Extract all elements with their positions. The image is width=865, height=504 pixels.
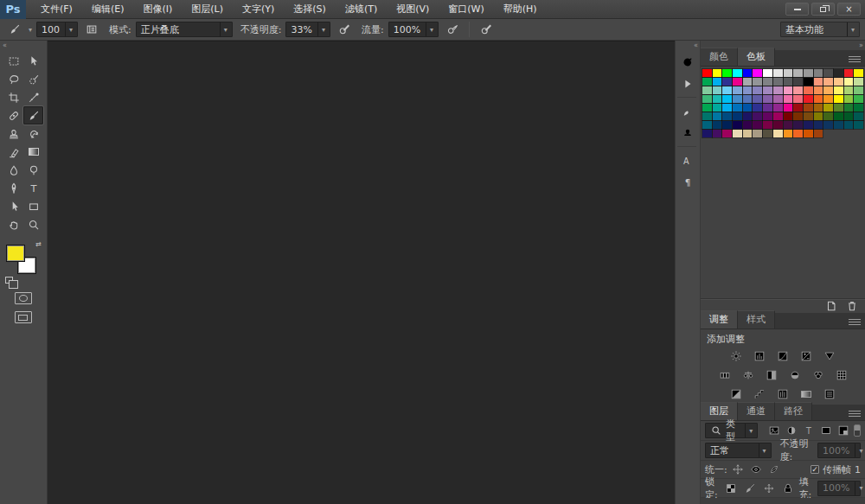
brush-settings-panel-icon[interactable] bbox=[677, 101, 698, 121]
tab-paths[interactable]: 路径 bbox=[775, 402, 812, 420]
hand-tool[interactable] bbox=[3, 215, 23, 233]
swatch-109[interactable] bbox=[834, 121, 843, 129]
swatch-105[interactable] bbox=[793, 121, 803, 129]
swatch-27[interactable] bbox=[814, 78, 823, 86]
swatch-22[interactable] bbox=[763, 78, 772, 86]
photo-filter-icon[interactable] bbox=[786, 367, 804, 383]
tab-channels[interactable]: 通道 bbox=[738, 402, 775, 420]
tab-adjustments[interactable]: 调整 bbox=[701, 310, 738, 329]
history-brush-tool[interactable] bbox=[23, 124, 43, 143]
unify-position-icon[interactable] bbox=[731, 463, 746, 476]
quick-selection-tool[interactable] bbox=[23, 70, 43, 88]
move-tool[interactable] bbox=[23, 52, 43, 70]
swatch-19[interactable] bbox=[733, 78, 742, 86]
swatch-47[interactable] bbox=[854, 86, 863, 94]
swatch-43[interactable] bbox=[814, 86, 823, 94]
swatch-108[interactable] bbox=[823, 121, 833, 129]
swatch-122[interactable] bbox=[804, 130, 813, 137]
workspace-switcher[interactable]: 基本功能 ▾ bbox=[780, 22, 860, 37]
blend-mode-select[interactable]: 正片叠底 ▾ bbox=[136, 22, 233, 37]
swatch-26[interactable] bbox=[804, 78, 813, 86]
swatch-15[interactable] bbox=[854, 69, 863, 77]
swatch-111[interactable] bbox=[854, 121, 863, 129]
menu-item-9[interactable]: 帮助(H) bbox=[494, 0, 547, 18]
swatch-6[interactable] bbox=[763, 69, 772, 77]
swatch-77[interactable] bbox=[834, 104, 843, 112]
swatch-70[interactable] bbox=[763, 104, 772, 112]
dodge-tool[interactable] bbox=[23, 161, 43, 179]
swatch-73[interactable] bbox=[793, 104, 803, 112]
swatch-37[interactable] bbox=[753, 86, 762, 94]
swatch-46[interactable] bbox=[844, 86, 854, 94]
panel-menu-icon[interactable] bbox=[849, 411, 861, 417]
close-button[interactable]: × bbox=[837, 3, 861, 16]
lock-image-icon[interactable] bbox=[743, 482, 758, 495]
eraser-tool[interactable] bbox=[3, 143, 23, 161]
swatch-103[interactable] bbox=[773, 121, 783, 129]
swatch-114[interactable] bbox=[722, 130, 732, 137]
swatch-0[interactable] bbox=[702, 69, 712, 77]
swatch-64[interactable] bbox=[702, 104, 712, 112]
swatch-51[interactable] bbox=[733, 95, 742, 103]
swatch-98[interactable] bbox=[722, 121, 732, 129]
tab-styles[interactable]: 样式 bbox=[738, 310, 775, 329]
kind-type-icon[interactable]: T bbox=[801, 424, 816, 437]
swatch-52[interactable] bbox=[743, 95, 753, 103]
swatch-58[interactable] bbox=[804, 95, 813, 103]
swatch-21[interactable] bbox=[753, 78, 762, 86]
dock-collapse-arrows[interactable]: « bbox=[676, 41, 700, 50]
brush-tool[interactable] bbox=[23, 106, 43, 124]
new-swatch-icon[interactable] bbox=[825, 300, 837, 312]
type-tool[interactable]: T bbox=[23, 179, 43, 197]
swatch-29[interactable] bbox=[834, 78, 843, 86]
pressure-opacity-icon[interactable] bbox=[335, 21, 354, 38]
clone-source-panel-icon[interactable] bbox=[677, 123, 698, 143]
layer-opacity-select[interactable]: 100% ▾ bbox=[817, 443, 861, 458]
airbrush-icon[interactable] bbox=[443, 21, 462, 38]
tab-swatches[interactable]: 色板 bbox=[738, 48, 775, 66]
swatch-97[interactable] bbox=[713, 121, 722, 129]
opacity-select[interactable]: 33% ▾ bbox=[285, 22, 330, 37]
menu-item-1[interactable]: 编辑(E) bbox=[82, 0, 134, 18]
foreground-color[interactable] bbox=[6, 245, 25, 262]
actions-panel-icon[interactable] bbox=[677, 73, 698, 93]
posterize-icon[interactable] bbox=[751, 386, 768, 402]
brush-preset-caret[interactable]: ▾ bbox=[29, 26, 32, 34]
brush-preset-picker[interactable] bbox=[5, 21, 24, 38]
character-panel-icon[interactable]: A bbox=[677, 150, 698, 170]
swatch-3[interactable] bbox=[733, 69, 742, 77]
swatch-41[interactable] bbox=[793, 86, 803, 94]
brush-size-box[interactable]: 100 ▾ bbox=[36, 22, 78, 37]
swatch-115[interactable] bbox=[733, 130, 742, 137]
swatch-60[interactable] bbox=[823, 95, 833, 103]
toggle-brush-panel-icon[interactable] bbox=[82, 21, 101, 38]
swatch-84[interactable] bbox=[743, 112, 753, 120]
swatch-116[interactable] bbox=[743, 130, 753, 137]
swatch-63[interactable] bbox=[854, 95, 863, 103]
swatch-79[interactable] bbox=[854, 104, 863, 112]
swatch-1[interactable] bbox=[713, 69, 722, 77]
swatch-35[interactable] bbox=[733, 86, 742, 94]
swatch-112[interactable] bbox=[702, 130, 712, 137]
swatch-23[interactable] bbox=[773, 78, 783, 86]
swatch-68[interactable] bbox=[743, 104, 753, 112]
swatch-59[interactable] bbox=[814, 95, 823, 103]
swatch-95[interactable] bbox=[854, 112, 863, 120]
swatch-20[interactable] bbox=[743, 78, 753, 86]
swatch-14[interactable] bbox=[844, 69, 854, 77]
swatch-53[interactable] bbox=[753, 95, 762, 103]
swatch-17[interactable] bbox=[713, 78, 722, 86]
swatch-96[interactable] bbox=[702, 121, 712, 129]
swatch-33[interactable] bbox=[713, 86, 722, 94]
swatch-107[interactable] bbox=[814, 121, 823, 129]
swatch-72[interactable] bbox=[784, 104, 793, 112]
swatch-39[interactable] bbox=[773, 86, 783, 94]
swatch-13[interactable] bbox=[834, 69, 843, 77]
swatch-31[interactable] bbox=[854, 78, 863, 86]
selective-color-icon[interactable] bbox=[821, 386, 838, 402]
kind-smart-icon[interactable] bbox=[836, 424, 850, 437]
swatch-69[interactable] bbox=[753, 104, 762, 112]
menu-item-6[interactable]: 滤镜(T) bbox=[336, 0, 387, 18]
swatch-93[interactable] bbox=[834, 112, 843, 120]
menu-item-2[interactable]: 图像(I) bbox=[133, 0, 182, 18]
